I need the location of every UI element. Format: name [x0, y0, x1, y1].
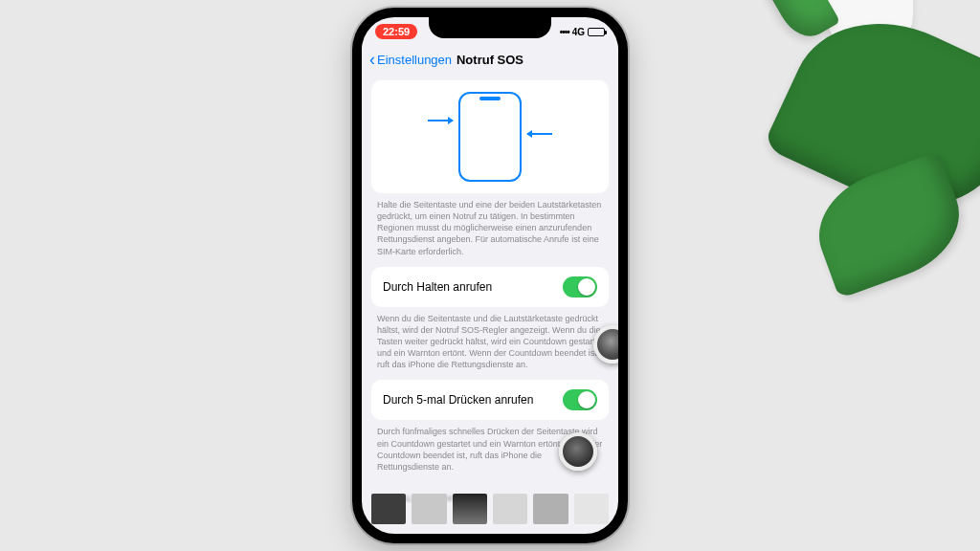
chevron-left-icon: ‹	[369, 51, 375, 68]
illustration-card	[371, 80, 609, 193]
setting-label: Durch 5-mal Drücken anrufen	[383, 393, 533, 407]
setting-label: Durch Halten anrufen	[383, 280, 492, 294]
arrow-right-icon	[527, 133, 552, 135]
phone-illustration	[458, 92, 522, 182]
intro-text: Halte die Seitentaste und eine der beide…	[371, 193, 609, 267]
network-label: 4G	[572, 27, 585, 37]
thumb	[574, 494, 609, 524]
thumb	[453, 494, 487, 524]
toggle-press5[interactable]	[563, 389, 597, 410]
setting-press5-to-call[interactable]: Durch 5-mal Drücken anrufen	[371, 380, 609, 420]
thumbnail-strip	[371, 494, 609, 524]
thumb	[493, 494, 527, 524]
setting-hold-to-call[interactable]: Durch Halten anrufen	[371, 267, 609, 307]
page-title: Notruf SOS	[457, 53, 523, 67]
back-label: Einstellungen	[377, 53, 452, 67]
screen: 22:59 •••• 4G ‹ Einstellungen Notruf SOS…	[362, 17, 618, 534]
back-button[interactable]: ‹ Einstellungen	[369, 51, 452, 68]
thumb	[533, 494, 568, 524]
signal-icon: ••••	[560, 27, 569, 37]
time-recording-pill[interactable]: 22:59	[375, 24, 417, 39]
arrow-left-icon	[428, 120, 453, 121]
setting-hold-desc: Wenn du die Seitentaste und die Lautstär…	[371, 307, 609, 381]
thumb	[412, 494, 446, 524]
nav-bar: ‹ Einstellungen Notruf SOS	[362, 44, 618, 75]
status-right: •••• 4G	[560, 27, 605, 37]
assistive-touch-icon[interactable]	[559, 432, 597, 471]
thumb	[371, 494, 406, 524]
notch	[429, 17, 551, 38]
battery-icon	[588, 28, 605, 36]
toggle-hold[interactable]	[563, 276, 597, 298]
iphone-frame: 22:59 •••• 4G ‹ Einstellungen Notruf SOS…	[352, 8, 628, 543]
